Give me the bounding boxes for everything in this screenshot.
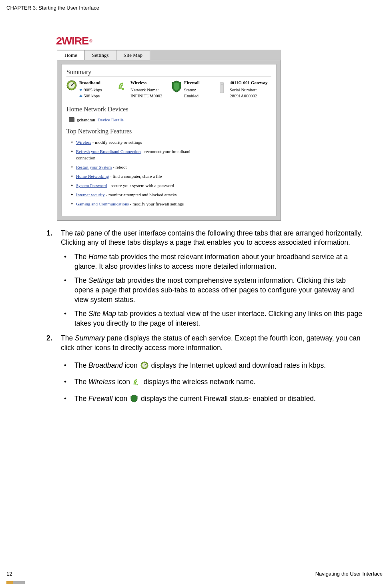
- tab-site-map[interactable]: Site Map: [116, 50, 150, 60]
- firewall-block[interactable]: Firewall Status: Enabled: [171, 80, 215, 99]
- sub-item: The Settings tab provides the most compr…: [61, 276, 367, 304]
- t: icon: [112, 395, 129, 403]
- feature-item: Internet security - monitor attempted an…: [70, 192, 190, 198]
- t: pane of the user interface contains the …: [61, 229, 363, 247]
- tabs-row: Home Settings Site Map: [57, 50, 281, 60]
- firewall-icon: [171, 80, 182, 93]
- inline-firewall-icon: [130, 395, 138, 403]
- home-devices-title: Home Network Devices: [66, 106, 271, 114]
- logo: 2WIRE ®: [57, 35, 281, 47]
- inline-wireless-icon: [133, 378, 141, 386]
- page-number: 12: [6, 571, 12, 577]
- feature-link[interactable]: Home Networking: [76, 174, 109, 179]
- feature-link[interactable]: Refresh your Broadband Connection: [76, 149, 141, 154]
- feature-list: Wireless - modify security or settings R…: [66, 139, 271, 207]
- device-name: gchandran: [77, 117, 95, 122]
- svg-point-10: [136, 384, 138, 385]
- feature-item: Restart your System - reboot: [70, 164, 190, 171]
- svg-point-4: [122, 88, 124, 90]
- t: displays the Internet upload and downloa…: [151, 361, 326, 369]
- t-italic: Site Map: [88, 310, 116, 318]
- t: The: [74, 276, 88, 284]
- t: tab provides the most comprehensive syst…: [74, 276, 354, 303]
- wireless-nn-label: Network Name:: [130, 87, 162, 93]
- t: icon: [123, 361, 140, 369]
- svg-point-3: [71, 85, 72, 86]
- gateway-sn-label: Serial Number:: [230, 87, 267, 93]
- t: The: [74, 310, 88, 318]
- t-italic: Summary: [75, 334, 105, 342]
- feature-item: Refresh your Broadband Connection - reco…: [70, 149, 190, 161]
- sub-item: The Firewall icon displays the current F…: [61, 394, 367, 404]
- t: tab provides the most relevant informati…: [74, 253, 348, 270]
- feature-item: Wireless - modify security or settings: [70, 139, 190, 146]
- wireless-nn-value: INFINITUM0002: [130, 93, 162, 99]
- t: The: [61, 334, 75, 342]
- gateway-sn-value: 28091A000002: [230, 93, 267, 99]
- feature-item: Gaming and Communications - modify your …: [70, 201, 190, 207]
- logo-reg: ®: [89, 39, 92, 43]
- feature-item: Home Networking - find a computer, share…: [70, 173, 190, 180]
- gateway-block: 4011G-001 Gateway Serial Number: 28091A0…: [217, 80, 271, 99]
- screenshot: 2WIRE ® Home Settings Site Map Summary: [57, 35, 281, 221]
- t: displays the current Firewall status- en…: [141, 395, 316, 403]
- feature-link[interactable]: Wireless: [76, 140, 91, 145]
- firewall-status-label: Status:: [184, 87, 200, 93]
- ol-item-1: The tab pane of the user interface conta…: [46, 229, 367, 328]
- wireless-block[interactable]: Wireless Network Name: INFINITUM0002: [118, 80, 169, 99]
- t: The: [74, 253, 88, 261]
- feature-rest: - modify your firewall settings: [129, 201, 184, 206]
- sub-item: The Wireless icon displays the wireless …: [61, 377, 367, 387]
- feature-rest: - reboot: [112, 165, 126, 169]
- footer: 12 Navigating the User Interface: [6, 571, 383, 577]
- feature-rest: - modify security or settings: [91, 140, 142, 145]
- t: The: [74, 378, 88, 386]
- t-italic: Broadband: [88, 361, 123, 369]
- down-arrow-icon: [79, 89, 82, 91]
- t: tab provides a textual view of the user …: [74, 310, 362, 327]
- broadband-down: 9085 kbps: [84, 87, 102, 93]
- sub-item: The Home tab provides the most relevant …: [61, 252, 367, 271]
- broadband-block[interactable]: Broadband 9085 kbps 508 kbps: [66, 80, 115, 99]
- t: The: [74, 361, 88, 369]
- monitor-icon: [69, 117, 74, 122]
- tab-home[interactable]: Home: [57, 50, 85, 60]
- feature-link[interactable]: Restart your System: [76, 165, 112, 169]
- gateway-label: 4011G-001 Gateway: [230, 80, 267, 86]
- feature-link[interactable]: System Password: [76, 183, 107, 188]
- t-italic: Home: [88, 253, 107, 261]
- broadband-icon: [66, 80, 77, 93]
- summary-title: Summary: [66, 68, 271, 77]
- top-features-title: Top Networking Features: [66, 128, 271, 136]
- sub-item: The Site Map tab provides a textual view…: [61, 309, 367, 328]
- tab-settings[interactable]: Settings: [84, 50, 116, 60]
- t-italic: Wireless: [88, 378, 115, 386]
- t-italic: Firewall: [88, 395, 112, 403]
- broadband-up: 508 kbps: [84, 93, 100, 99]
- footer-title: Navigating the User Interface: [315, 571, 383, 577]
- wireless-label: Wireless: [130, 80, 162, 86]
- t: icon: [115, 378, 132, 386]
- device-details-link[interactable]: Device Details: [98, 117, 124, 122]
- t-italic: tab: [75, 229, 84, 237]
- feature-link[interactable]: Gaming and Communications: [76, 201, 129, 206]
- logo-text: 2WIRE: [56, 35, 88, 47]
- footer-bar-icon: [6, 581, 25, 584]
- feature-link[interactable]: Internet security: [76, 192, 105, 197]
- feature-rest: - monitor attempted and blocked attacks: [105, 192, 177, 197]
- chapter-head: CHAPTER 3: Starting the User Interface: [6, 5, 383, 11]
- firewall-label: Firewall: [184, 80, 200, 86]
- up-arrow-icon: [79, 95, 82, 97]
- t: pane displays the status of each service…: [61, 334, 361, 352]
- t: The: [74, 395, 88, 403]
- broadband-label: Broadband: [79, 80, 102, 86]
- inline-broadband-icon: [140, 361, 148, 369]
- firewall-status-value: Enabled: [184, 93, 200, 99]
- feature-rest: - find a computer, share a file: [109, 174, 162, 179]
- wireless-icon: [118, 80, 128, 93]
- sub-item: The Broadband icon displays the Internet…: [61, 361, 367, 371]
- summary-grid: Broadband 9085 kbps 508 kbps: [66, 80, 271, 99]
- inner-white: Summary Broadband 9085 kbps: [61, 64, 277, 216]
- ol-item-2: The Summary pane displays the status of …: [46, 334, 367, 403]
- t: displays the wireless network name.: [144, 378, 256, 386]
